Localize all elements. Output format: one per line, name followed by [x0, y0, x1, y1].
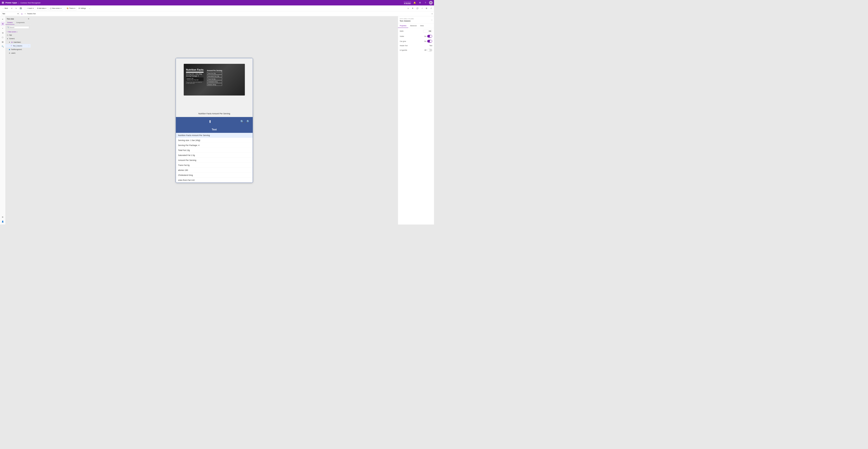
redo-button[interactable]: ↪ [14, 6, 18, 10]
textrecognizer-icon: ◉ [9, 49, 10, 51]
can-grow-property-row: Can grow On [400, 40, 432, 42]
data-row-4-text: Saturated Fat 1.5g [178, 154, 195, 157]
data-icon[interactable]: ⊟ [1, 31, 5, 35]
data-row-9[interactable]: ories from Fat 110 [176, 178, 253, 183]
variables-icon[interactable]: ⬡ [1, 35, 5, 39]
upload-button[interactable]: ⬆ [209, 119, 212, 124]
preview-button[interactable]: ▷ [407, 6, 410, 10]
data-row-5[interactable]: Amount Per Serving [176, 158, 253, 163]
user-bottom-icon[interactable]: 👤 [1, 219, 5, 223]
advanced-tab[interactable]: Advanced [408, 24, 418, 28]
tree-item-app[interactable]: ◻ App [5, 33, 31, 37]
tree-close-button[interactable]: ✕ [28, 18, 29, 20]
back-label: Back [5, 7, 8, 9]
tree-content: + New screen ▾ ◻ App ▸ Screen1 ▾ ⊞ [5, 30, 31, 224]
data-row-3[interactable]: Total Fat 13g [176, 148, 253, 153]
insert-chevron: ▾ [33, 7, 34, 9]
field-selector[interactable]: Text ▾ [1, 12, 20, 16]
is-hyperlink-toggle[interactable] [427, 49, 432, 52]
tree-item-datatable1[interactable]: ▾ ⊞ DataTable1 [5, 40, 31, 44]
icon-sidebar: ≡ ⊞ + ⊟ ⬡ ▤ 🔍 ⚙ 👤 [0, 16, 5, 224]
undo-button[interactable]: ↩ [10, 6, 13, 10]
check-button[interactable]: ✓ [421, 6, 424, 10]
width-input[interactable] [423, 30, 432, 33]
screen-size-button[interactable]: ⊞ [425, 6, 428, 10]
notification-icon[interactable]: 🔔 [413, 1, 416, 4]
back-button[interactable]: ← Back [1, 6, 9, 10]
settings-bottom-icon[interactable]: ⚙ [1, 215, 5, 219]
user-avatar[interactable]: PA [429, 1, 433, 4]
is-hyperlink-label: Is hyperlink [400, 49, 407, 51]
components-tab[interactable]: Components [14, 21, 27, 25]
tree-item-textrecognizer1[interactable]: ◉ TextRecognizer1 [5, 48, 31, 51]
properties-tab[interactable]: Properties [398, 24, 408, 28]
textcolumn-more-icon[interactable]: ··· [28, 45, 29, 47]
theme-button[interactable]: 🎨 Theme ▾ [65, 6, 76, 10]
tree-item-textcolumn1[interactable]: T Text_Column1 ··· [5, 44, 31, 48]
nf-amount-per-serving: Amount Per Serving [207, 69, 222, 71]
field-name: Text [2, 13, 5, 15]
help-icon[interactable]: ? [424, 1, 427, 4]
can-grow-label: Can grow [400, 40, 406, 42]
ideas-tab[interactable]: Ideas [418, 24, 426, 28]
formula-expand-icon[interactable]: ∨ [432, 13, 433, 15]
above-table-text-area: Nutrition Facts Amount Per Serving [176, 113, 253, 115]
settings-button[interactable]: ⚙ Settings [78, 6, 87, 10]
formula-expression[interactable]: ThisItem.Text [27, 13, 431, 15]
right-panel-expand-icon[interactable]: › [432, 19, 432, 21]
insert-button[interactable]: + Insert ▾ [26, 6, 35, 10]
add-data-button[interactable]: ⊟ Add data ▾ [36, 6, 48, 10]
data-row-8[interactable]: Cholesterol 0mg [176, 173, 253, 178]
search-icon[interactable]: 🔍 [1, 44, 5, 49]
components-tab-label: Components [16, 22, 25, 24]
right-panel: DATA TABLE COLUMN Text_Column1 › Propert… [398, 16, 434, 224]
phone-image-area: Nutrition Facts Serving size: 1 bar (40g… [176, 58, 253, 117]
media-icon[interactable]: ▤ [1, 40, 5, 44]
new-screen-plus-icon: + [7, 31, 8, 33]
more-button[interactable]: ... [88, 6, 91, 10]
share-button[interactable]: ↗ [429, 6, 433, 10]
data-row-4[interactable]: Saturated Fat 1.5g [176, 153, 253, 158]
tree-tabs: Screens Components [5, 21, 31, 25]
publish-button[interactable]: ⬆ [411, 6, 414, 10]
data-row-7[interactable]: alories 190 [176, 168, 253, 173]
fx-symbol: fx [20, 13, 23, 15]
data-row-0[interactable]: Nutrition Facts Amount Per Serving [176, 133, 253, 138]
new-screen-button[interactable]: ⬜ New screen ▾ [49, 6, 63, 10]
nf-serving-size: Serving size: 1 bar (40g) [186, 73, 204, 75]
project-name: Contoso Text Recognizer [20, 2, 40, 4]
hamburger-menu-icon[interactable]: ≡ [1, 17, 5, 21]
screen1-label: Screen1 [9, 38, 15, 39]
can-grow-toggle[interactable] [427, 40, 432, 42]
nf-left: Nutrition Facts Serving size: 1 bar (40g… [186, 68, 204, 86]
data-row-2[interactable]: Serving Per Package: 4 [176, 143, 253, 148]
comment-button[interactable]: 💬 [415, 6, 420, 10]
screens-tab[interactable]: Screens [5, 21, 14, 25]
search-input[interactable] [10, 27, 29, 28]
phone-frame: Nutrition Facts Serving size: 1 bar (40g… [176, 58, 253, 183]
settings-icon[interactable]: ⚙ [418, 1, 422, 4]
zoom-in-icon[interactable]: 🔎 [246, 120, 249, 123]
header-text-property-row: Header Text Text [400, 45, 432, 47]
save-button[interactable]: 💾 [19, 6, 23, 10]
data-rows-wrapper[interactable]: Nutrition Facts Amount Per Serving Servi… [176, 133, 253, 183]
tree-view-icon[interactable]: ⊞ [1, 22, 5, 26]
nutrition-image-inner: Nutrition Facts Serving size: 1 bar (40g… [184, 64, 245, 95]
right-panel-title-area: DATA TABLE COLUMN Text_Column1 [400, 18, 414, 22]
tree-item-label1[interactable]: A Label1 [5, 51, 31, 55]
data-row-1[interactable]: Serving size: 1 bar (40g) [176, 138, 253, 143]
tree-item-screen1[interactable]: ▸ Screen1 [5, 37, 31, 40]
theme-icon: 🎨 [67, 7, 68, 9]
toolbar-right-icons: ▷ ⬆ 💬 ✓ ⊞ ↗ [407, 6, 433, 10]
add-item-icon[interactable]: + [1, 26, 5, 30]
visible-toggle[interactable] [427, 35, 432, 37]
data-row-6[interactable]: Trans Fat 0g [176, 163, 253, 168]
data-row-0-text: Nutrition Facts Amount Per Serving [178, 134, 210, 137]
nutrition-overlay: Nutrition Facts Serving size: 1 bar (40g… [186, 66, 243, 93]
visible-label: Visible [400, 35, 404, 37]
new-screen-tree-button[interactable]: + New screen ▾ [5, 31, 31, 33]
zoom-out-icon[interactable]: 🔍 [240, 120, 244, 123]
datatable1-label: DataTable1 [13, 41, 21, 43]
tree-header: Tree view ✕ [5, 16, 31, 21]
screens-tab-label: Screens [7, 22, 13, 24]
